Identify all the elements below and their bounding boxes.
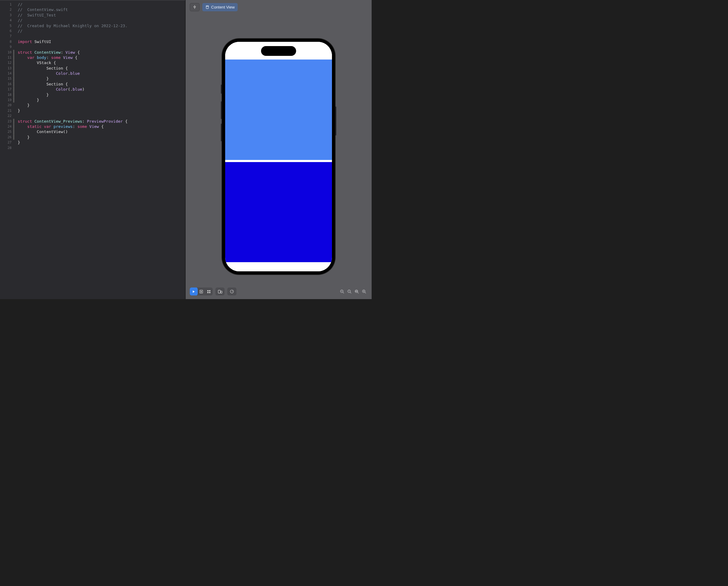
line-number: 10 — [0, 50, 11, 55]
line-number: 25 — [0, 129, 11, 134]
section-color-uicolor-blue — [225, 162, 332, 262]
code-line[interactable]: Section { — [18, 66, 185, 71]
svg-rect-1 — [206, 5, 209, 6]
fold-ribbon[interactable] — [13, 76, 14, 81]
code-line[interactable]: // ContentView.swift — [18, 7, 185, 12]
live-preview-button[interactable] — [190, 287, 198, 296]
line-number: 21 — [0, 108, 11, 113]
code-line[interactable]: struct ContentView: View { — [18, 50, 185, 55]
zoom-fit-button[interactable] — [353, 288, 360, 295]
fold-ribbon[interactable] — [13, 81, 14, 87]
code-line[interactable]: // SwiftUI_Test — [18, 12, 185, 18]
code-line[interactable] — [18, 145, 185, 150]
fold-empty — [13, 33, 15, 39]
fold-gutter — [13, 0, 15, 299]
fold-empty — [13, 12, 15, 18]
fold-ribbon[interactable] — [13, 124, 14, 129]
code-line[interactable]: } — [18, 135, 185, 140]
fold-empty — [13, 145, 15, 150]
code-line[interactable]: static var previews: some View { — [18, 124, 185, 129]
code-line[interactable]: // — [18, 18, 185, 23]
code-line[interactable]: } — [18, 76, 185, 81]
line-number: 14 — [0, 71, 11, 76]
svg-rect-7 — [218, 290, 220, 293]
fold-ribbon[interactable] — [13, 87, 14, 92]
fold-empty — [13, 39, 15, 44]
fold-ribbon[interactable] — [13, 119, 14, 124]
device-mute-switch — [221, 84, 222, 94]
preview-canvas[interactable] — [185, 14, 372, 299]
safe-area-bottom — [225, 262, 332, 271]
preview-pane: Content View — [185, 0, 372, 299]
line-number: 7 — [0, 33, 11, 39]
fold-ribbon[interactable] — [13, 60, 14, 65]
play-icon — [192, 290, 195, 293]
code-line[interactable]: import SwiftUI — [18, 39, 185, 44]
fold-ribbon[interactable] — [13, 66, 14, 71]
code-line[interactable]: } — [18, 92, 185, 97]
zoom-in-icon — [362, 289, 366, 294]
code-line[interactable]: Color(.blue) — [18, 87, 185, 92]
code-line[interactable] — [18, 44, 185, 49]
variants-preview-button[interactable] — [205, 287, 213, 296]
preview-chip-icon — [205, 5, 209, 9]
grid-icon — [207, 290, 211, 294]
code-line[interactable] — [18, 113, 185, 119]
code-line[interactable]: ContentView() — [18, 129, 185, 134]
line-number: 8 — [0, 39, 11, 44]
fold-ribbon[interactable] — [13, 71, 14, 76]
line-number: 4 — [0, 18, 11, 23]
zoom-fit-icon — [355, 289, 359, 294]
content-view-chip[interactable]: Content View — [202, 3, 238, 11]
line-number: 2 — [0, 7, 11, 12]
preview-settings-button[interactable] — [227, 287, 236, 296]
fold-ribbon[interactable] — [13, 97, 14, 103]
code-line[interactable]: // — [18, 28, 185, 33]
line-number: 22 — [0, 113, 11, 119]
svg-line-17 — [357, 292, 359, 293]
code-line[interactable]: Color.blue — [18, 71, 185, 76]
device-volume-up — [221, 101, 222, 119]
line-number: 3 — [0, 12, 11, 18]
code-line[interactable]: var body: some View { — [18, 55, 185, 60]
code-line[interactable]: struct ContentView_Previews: PreviewProv… — [18, 119, 185, 124]
svg-rect-0 — [206, 5, 209, 8]
device-settings-button[interactable] — [215, 287, 225, 296]
code-line[interactable] — [18, 33, 185, 39]
fold-ribbon[interactable] — [13, 135, 14, 140]
selectable-preview-button[interactable] — [198, 287, 205, 296]
code-line[interactable]: } — [18, 97, 185, 103]
code-line[interactable]: // Created by Michael Knightly on 2022-1… — [18, 23, 185, 28]
line-number: 18 — [0, 92, 11, 97]
code-line[interactable]: // — [18, 2, 185, 7]
code-line[interactable]: } — [18, 140, 185, 145]
line-number: 24 — [0, 124, 11, 129]
device-volume-down — [221, 124, 222, 141]
line-number: 17 — [0, 87, 11, 92]
line-number: 12 — [0, 60, 11, 65]
code-area[interactable]: //// ContentView.swift// SwiftUI_Test///… — [15, 0, 185, 299]
fold-ribbon[interactable] — [13, 92, 14, 97]
line-number: 5 — [0, 23, 11, 28]
pin-preview-button[interactable] — [190, 3, 200, 11]
fold-empty — [13, 140, 15, 145]
line-number: 15 — [0, 76, 11, 81]
line-number: 16 — [0, 81, 11, 87]
code-line[interactable]: Section { — [18, 81, 185, 87]
fold-empty — [13, 28, 15, 33]
fold-empty — [13, 103, 15, 108]
zoom-in-button[interactable] — [361, 288, 367, 295]
zoom-actual-button[interactable]: 1 — [346, 288, 353, 295]
fold-ribbon[interactable] — [13, 50, 14, 55]
cursor-square-icon — [199, 290, 203, 294]
fold-ribbon[interactable] — [13, 55, 14, 60]
code-line[interactable]: } — [18, 108, 185, 113]
code-line[interactable]: } — [18, 103, 185, 108]
fold-ribbon[interactable] — [13, 129, 14, 134]
code-editor-pane: 1234567891011121314151617181920212223242… — [0, 0, 185, 299]
code-line[interactable]: VStack { — [18, 60, 185, 65]
device-screen[interactable] — [225, 42, 332, 271]
line-number: 28 — [0, 145, 11, 150]
zoom-out-button[interactable] — [339, 288, 345, 295]
line-number: 20 — [0, 103, 11, 108]
